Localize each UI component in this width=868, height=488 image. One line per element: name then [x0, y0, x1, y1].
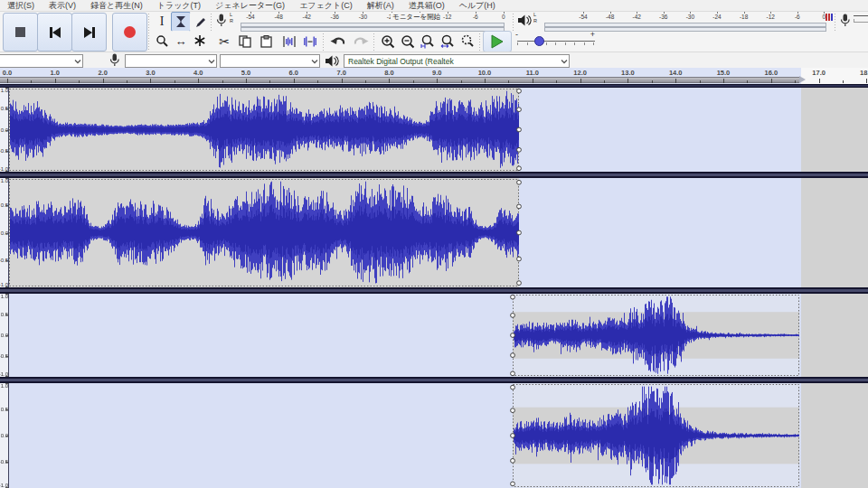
- draw-tool-button[interactable]: [190, 12, 210, 32]
- menu-item-2[interactable]: 表示(V): [42, 0, 83, 12]
- zoom-in-icon: [381, 34, 395, 49]
- asterisk-icon: [193, 34, 206, 47]
- meter-tick-label: -42: [302, 14, 310, 20]
- stop-button[interactable]: [3, 13, 38, 52]
- multi-tool-button[interactable]: [190, 31, 210, 51]
- silence-audio-button[interactable]: [299, 32, 321, 52]
- timeline-minor-tick: [747, 80, 748, 83]
- timeline-minor-tick: [508, 80, 509, 83]
- timeline-label: 1.0: [51, 69, 60, 77]
- vertical-scale-ruler[interactable]: 1.00.50.0-0.5-1.0: [0, 383, 8, 488]
- chevron-down-icon: [310, 57, 319, 66]
- zoom-fit-icon: [440, 34, 455, 49]
- record-meter[interactable]: L R -54-48-42-36-30-24-18-12-60 モニターを開始: [213, 12, 508, 31]
- zoom-toolbar-grip[interactable]: [373, 33, 376, 51]
- meter-tick-label: -54: [579, 14, 587, 20]
- vertical-scale-ruler[interactable]: 1.00.50.0-0.5-1.0: [0, 178, 8, 287]
- skip-to-end-button[interactable]: [71, 13, 107, 52]
- timeline-label: 8.0: [384, 69, 393, 77]
- scrub-bar[interactable]: [0, 77, 799, 83]
- timeline-major-tick: [389, 79, 390, 83]
- menu-item-4[interactable]: トラック(T): [150, 0, 208, 12]
- menu-item-1[interactable]: 選択(S): [0, 0, 42, 12]
- timeline-minor-tick: [365, 80, 366, 83]
- transport-grip[interactable]: [147, 13, 151, 51]
- vertical-scale-ruler[interactable]: 1.00.50.0-0.5-1.0: [0, 294, 8, 377]
- timeline-major-tick: [627, 79, 628, 83]
- scrub-bar-arrow: [799, 76, 806, 83]
- cut-button[interactable]: ✂: [213, 32, 235, 52]
- clip-indicator-red-1: [826, 14, 827, 21]
- meter-tick-label: -6: [473, 14, 478, 20]
- playback-meter[interactable]: L R -54-48-42-36-30-24-18-12-60: [517, 12, 830, 31]
- menu-item-3[interactable]: 録音と再生(N): [83, 0, 150, 12]
- record-icon: [123, 25, 137, 39]
- audio-host-dropdown[interactable]: [0, 54, 83, 68]
- zoom-out-button[interactable]: [397, 32, 418, 52]
- timeline-major-tick: [294, 79, 295, 83]
- speed-min-label: -: [515, 30, 518, 39]
- zoom-fit-button[interactable]: [437, 32, 458, 52]
- envelope-tool-button[interactable]: [171, 12, 191, 32]
- record-volume-slider[interactable]: [854, 15, 868, 16]
- monitor-start-label[interactable]: モニターを開始: [391, 13, 442, 22]
- recording-channels-dropdown[interactable]: [220, 54, 320, 68]
- redo-button[interactable]: [349, 32, 373, 52]
- timeline-major-tick: [723, 79, 724, 83]
- playback-device-dropdown[interactable]: Realtek Digital Output (Realtek: [344, 54, 570, 68]
- timeline-label: 13.0: [621, 69, 635, 77]
- menu-item-6[interactable]: エフェクト(C): [292, 0, 360, 12]
- zoom-selection-icon: [420, 34, 435, 49]
- menu-bar: 選択(S)表示(V)録音と再生(N)トラック(T)ジェネレーター(G)エフェクト…: [0, 0, 868, 12]
- track-separator: [0, 287, 868, 294]
- zoom-tool-button[interactable]: [152, 31, 172, 51]
- timeline-minor-tick: [269, 80, 270, 83]
- mixer-grip[interactable]: [834, 13, 837, 31]
- recording-device-dropdown[interactable]: [125, 54, 217, 68]
- menu-item-5[interactable]: ジェネレーター(G): [208, 0, 292, 12]
- undo-icon: [330, 36, 346, 48]
- play-speed-grip[interactable]: [478, 33, 482, 51]
- zoom-in-button[interactable]: [377, 32, 398, 52]
- mixer-mic-icon: [839, 14, 851, 28]
- selection-tool-button[interactable]: I: [152, 12, 172, 32]
- timeline-minor-tick: [127, 80, 127, 83]
- speed-slider-ticks: [517, 42, 595, 46]
- vertical-scale-ruler[interactable]: 1.00.50.0-0.5-1.0: [0, 88, 8, 172]
- edit-grip[interactable]: [322, 33, 326, 51]
- speed-max-label: +: [590, 30, 595, 39]
- copy-button[interactable]: [234, 32, 256, 52]
- skip-end-icon: [82, 26, 97, 39]
- record-button[interactable]: [112, 13, 147, 52]
- timeline-label: 12.0: [573, 69, 587, 77]
- paste-button[interactable]: [255, 32, 277, 52]
- trim-audio-button[interactable]: [278, 32, 300, 52]
- skip-to-start-button[interactable]: [37, 13, 72, 52]
- playback-meter-scale: -54-48-42-36-30-24-18-12-60: [517, 12, 830, 23]
- undo-button[interactable]: [326, 32, 350, 52]
- menu-item-9[interactable]: ヘルプ(H): [452, 0, 503, 12]
- timeline-ruler[interactable]: 0.01.02.03.04.05.06.07.08.09.010.011.012…: [0, 68, 868, 84]
- menu-item-8[interactable]: 道具箱(O): [401, 0, 452, 12]
- timeshift-tool-button[interactable]: ↔: [171, 31, 191, 51]
- playback-meter-grip[interactable]: [512, 13, 515, 31]
- play-speed-slider[interactable]: - +: [515, 31, 599, 51]
- track-separator: [0, 377, 868, 383]
- speed-tick: [527, 42, 528, 45]
- speed-slider-thumb[interactable]: [534, 36, 544, 46]
- zoom-toggle-button[interactable]: [457, 32, 477, 52]
- redo-icon: [353, 36, 369, 48]
- timeline-minor-tick: [461, 80, 462, 83]
- menu-item-7[interactable]: 解析(A): [360, 0, 401, 12]
- track-waveform-canvas[interactable]: [0, 84, 868, 488]
- timeline-major-tick: [533, 79, 533, 83]
- meter-tick-label: -18: [740, 14, 748, 20]
- play-at-speed-button[interactable]: [483, 31, 512, 52]
- vertical-ruler-divider: [8, 84, 9, 488]
- meter-tick-label: -6: [795, 14, 800, 20]
- timeline-minor-tick: [652, 80, 653, 83]
- meter-tick-label: -48: [274, 14, 282, 20]
- meter-tick-label: -36: [659, 14, 667, 20]
- zoom-selection-button[interactable]: [417, 32, 438, 52]
- timeline-label: 3.0: [146, 69, 155, 77]
